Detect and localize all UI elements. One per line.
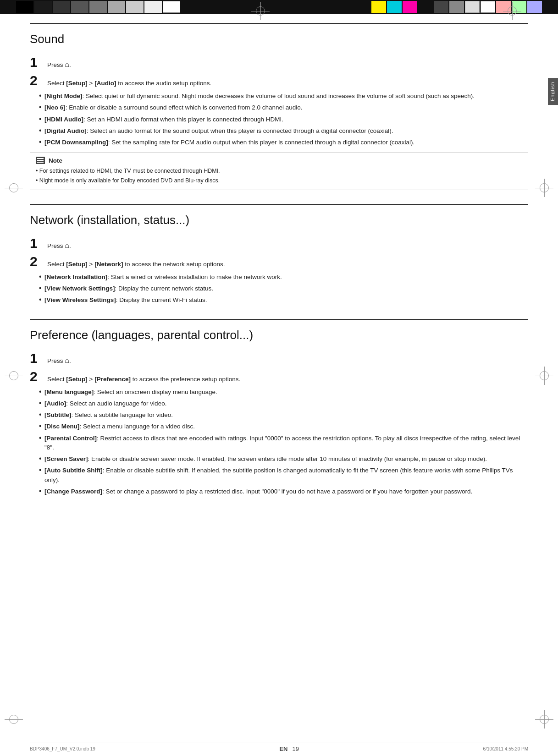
note-item-1: • For settings related to HDMI, the TV m…: [36, 167, 522, 175]
preference-bullets: • [Menu language]: Select an onscreen di…: [39, 387, 528, 497]
preference-section: Preference (languages, parental control.…: [30, 319, 528, 497]
bullet-screen-saver: • [Screen Saver]: Enable or disable scre…: [39, 454, 528, 464]
bullet-parental-control: • [Parental Control]: Restrict access to…: [39, 433, 528, 453]
bullet-view-network: • [View Network Settings]: Display the c…: [39, 284, 528, 293]
preference-step-2: 2 Select [Setup] > [Preference] to acces…: [30, 369, 528, 384]
bullet-subtitle: • [Subtitle]: Select a subtitle language…: [39, 410, 528, 420]
bullet-digital-audio: • [Digital Audio]: Select an audio forma…: [39, 126, 528, 136]
preference-title: Preference (languages, parental control.…: [30, 328, 528, 342]
note-item-2: • Night mode is only available for Dolby…: [36, 176, 522, 185]
network-section: Network (installation, status...) 1 Pres…: [30, 204, 528, 305]
sound-step-1-num: 1: [30, 55, 44, 70]
bullet-neo6: • [Neo 6]: Enable or disable a surround …: [39, 103, 528, 112]
network-step-2-text: Select [Setup] > [Network] to access the…: [47, 260, 225, 269]
network-step-2: 2 Select [Setup] > [Network] to access t…: [30, 254, 528, 269]
note-label: Note: [49, 157, 62, 164]
sound-bullets: • [Night Mode]: Select quiet or full dyn…: [39, 91, 528, 147]
bullet-view-wireless: • [View Wireless Settings]: Display the …: [39, 295, 528, 305]
bottom-left-text: BDP3406_F7_UM_V2.0.indb 19: [30, 746, 95, 751]
bullet-menu-language: • [Menu language]: Select an onscreen di…: [39, 387, 528, 397]
sound-note: Note • For settings related to HDMI, the…: [30, 153, 528, 190]
bullet-disc-menu: • [Disc Menu]: Select a menu language fo…: [39, 422, 528, 431]
bullet-change-password: • [Change Password]: Set or change a pas…: [39, 487, 528, 496]
preference-step-1: 1 Press ⌂.: [30, 351, 528, 366]
page-number-area: EN 19: [279, 745, 299, 752]
sound-step-1: 1 Press ⌂.: [30, 55, 528, 70]
preference-step-1-num: 1: [30, 351, 44, 366]
bullet-night-mode: • [Night Mode]: Select quiet or full dyn…: [39, 91, 528, 101]
network-step-1: 1 Press ⌂.: [30, 236, 528, 251]
sound-section: Sound 1 Press ⌂. 2 Select [Setup] > [Aud…: [30, 23, 528, 190]
note-icon: [36, 157, 45, 164]
bullet-pcm: • [PCM Downsampling]: Set the sampling r…: [39, 137, 528, 147]
network-title: Network (installation, status...): [30, 213, 528, 227]
bullet-network-install: • [Network Installation]: Start a wired …: [39, 272, 528, 282]
note-header: Note: [36, 157, 522, 164]
sound-title: Sound: [30, 32, 528, 46]
bottom-right-text: 6/10/2011 4:55:20 PM: [483, 746, 528, 751]
sound-step-2-text: Select [Setup] > [Audio] to access the a…: [47, 79, 211, 88]
sound-step-1-text: Press ⌂.: [47, 59, 71, 70]
bullet-audio: • [Audio]: Select an audio language for …: [39, 399, 528, 408]
network-step-2-num: 2: [30, 254, 44, 269]
bullet-hdmi-audio: • [HDMI Audio]: Set an HDMI audio format…: [39, 115, 528, 124]
page-number: 19: [293, 745, 299, 752]
language-tab: English: [548, 78, 558, 105]
preference-step-2-text: Select [Setup] > [Preference] to access …: [47, 375, 240, 384]
preference-step-2-num: 2: [30, 369, 44, 384]
bullet-auto-subtitle: • [Auto Subtitle Shift]: Enable or disab…: [39, 466, 528, 485]
network-step-1-text: Press ⌂.: [47, 240, 71, 251]
bottom-bar: BDP3406_F7_UM_V2.0.indb 19 EN 19 6/10/20…: [30, 743, 528, 752]
sound-step-2-num: 2: [30, 73, 44, 88]
en-label: EN: [279, 745, 287, 752]
network-step-1-num: 1: [30, 236, 44, 251]
preference-step-1-text: Press ⌂.: [47, 355, 71, 366]
network-bullets: • [Network Installation]: Start a wired …: [39, 272, 528, 305]
sound-step-2: 2 Select [Setup] > [Audio] to access the…: [30, 73, 528, 88]
